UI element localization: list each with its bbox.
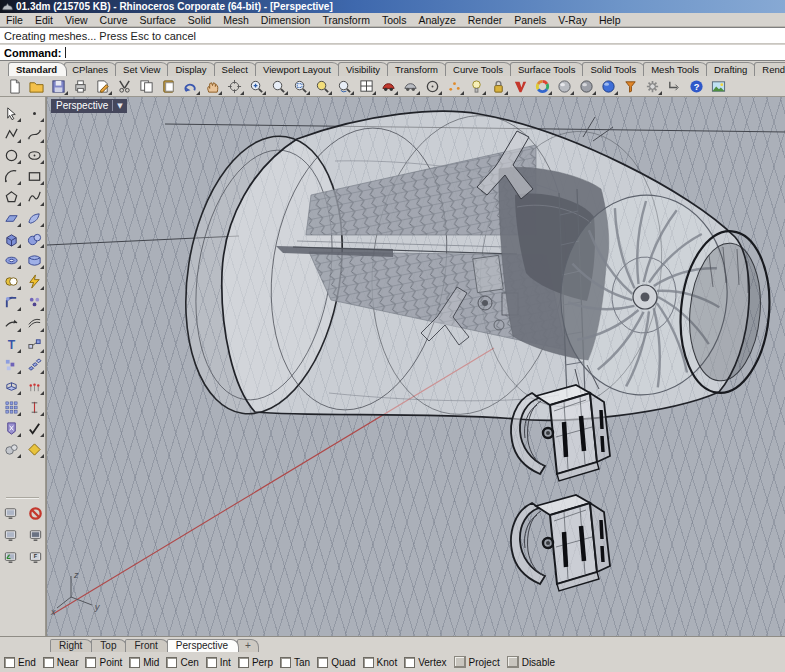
osnap-near[interactable]: Near	[43, 657, 79, 668]
record-history-button[interactable]	[663, 77, 685, 96]
tab-set-view[interactable]: Set View	[115, 62, 170, 76]
osnap-tan[interactable]: Tan	[280, 657, 310, 668]
zoom-window-button[interactable]	[289, 77, 311, 96]
viewport-tab-top[interactable]: Top	[91, 639, 127, 652]
raytrace-mode-button[interactable]	[597, 77, 619, 96]
checkbox[interactable]	[43, 657, 54, 668]
extend-curve-button[interactable]	[1, 313, 22, 333]
tab-curve-tools[interactable]: Curve Tools	[445, 62, 513, 76]
point-markers-button[interactable]	[443, 77, 465, 96]
osnap-quad[interactable]: Quad	[317, 657, 355, 668]
solid-sphere-button[interactable]	[24, 229, 45, 249]
menu-file[interactable]: File	[0, 14, 29, 26]
osnap-end[interactable]: End	[4, 657, 36, 668]
tab-solid-tools[interactable]: Solid Tools	[582, 62, 646, 76]
tab-mesh-tools[interactable]: Mesh Tools	[643, 62, 709, 76]
copy-button[interactable]	[135, 77, 157, 96]
osnap-int[interactable]: Int	[206, 657, 231, 668]
move-button[interactable]	[24, 334, 45, 354]
view-front-button[interactable]	[0, 525, 21, 545]
viewport-tab-right[interactable]: Right	[50, 639, 93, 652]
checkbox[interactable]	[85, 657, 96, 668]
light-button[interactable]	[465, 77, 487, 96]
osnap-disable-button[interactable]	[25, 503, 46, 523]
polygon-button[interactable]	[1, 187, 22, 207]
tab-display[interactable]: Display	[167, 62, 216, 76]
osnap-project[interactable]: Project	[454, 656, 500, 668]
solid-torus-button[interactable]	[1, 250, 22, 270]
tab-select[interactable]: Select	[214, 62, 258, 76]
osnap-mid[interactable]: Mid	[129, 657, 159, 668]
menu-curve[interactable]: Curve	[94, 14, 134, 26]
checkbox[interactable]	[129, 657, 140, 668]
zoom-selected-button[interactable]	[311, 77, 333, 96]
menu-help[interactable]: Help	[593, 14, 627, 26]
viewport-title-menu[interactable]: Perspective ▼	[51, 99, 127, 113]
options-button[interactable]	[641, 77, 663, 96]
paste-button[interactable]	[157, 77, 179, 96]
vray-options-button[interactable]	[619, 77, 641, 96]
extrude-surface-button[interactable]	[1, 376, 22, 396]
text-button[interactable]: T	[1, 334, 22, 354]
circle-center-button[interactable]	[421, 77, 443, 96]
perspective-viewport[interactable]: Perspective ▼	[46, 97, 785, 636]
rotate-view-button[interactable]	[223, 77, 245, 96]
surface-loft-button[interactable]	[24, 250, 45, 270]
point-grid-button[interactable]	[24, 376, 45, 396]
export-annotate-button[interactable]	[91, 77, 113, 96]
menu-analyze[interactable]: Analyze	[412, 14, 461, 26]
add-viewport-tab[interactable]: +	[237, 639, 259, 652]
vray-render-button[interactable]	[509, 77, 531, 96]
mesh-sphere-button[interactable]	[1, 439, 22, 459]
undo-button[interactable]	[179, 77, 201, 96]
checkbox[interactable]	[363, 657, 374, 668]
zoom-previous-button[interactable]	[333, 77, 355, 96]
tab-render-tools[interactable]: Render Tools	[754, 62, 785, 76]
environment-button[interactable]	[707, 77, 729, 96]
cplane-origin-button[interactable]	[0, 547, 21, 567]
menu-tools[interactable]: Tools	[376, 14, 413, 26]
freeform-curve-button[interactable]	[24, 187, 45, 207]
walkabout-button[interactable]	[399, 77, 421, 96]
lock-button[interactable]	[487, 77, 509, 96]
menu-render[interactable]: Render	[462, 14, 508, 26]
menu-surface[interactable]: Surface	[134, 14, 182, 26]
array-polar-button[interactable]	[24, 355, 45, 375]
checkbox[interactable]	[4, 657, 15, 668]
tab-visibility[interactable]: Visibility	[338, 62, 390, 76]
shaded-mode-button[interactable]	[553, 77, 575, 96]
set-cplane-button[interactable]	[0, 503, 21, 523]
menu-edit[interactable]: Edit	[29, 14, 59, 26]
checkbox[interactable]	[280, 657, 291, 668]
menu-view[interactable]: View	[59, 14, 94, 26]
toggle-box[interactable]	[454, 656, 466, 668]
osnap-cen[interactable]: Cen	[166, 657, 198, 668]
surface-plane-button[interactable]	[1, 208, 22, 228]
point-cloud-button[interactable]	[24, 292, 45, 312]
viewport-tab-front[interactable]: Front	[125, 639, 168, 652]
menu-transform[interactable]: Transform	[316, 14, 375, 26]
menu-mesh[interactable]: Mesh	[217, 14, 255, 26]
zoom-dynamic-button[interactable]	[267, 77, 289, 96]
checkbox[interactable]	[238, 657, 249, 668]
menu-panels[interactable]: Panels	[508, 14, 552, 26]
gumball-button[interactable]	[24, 439, 45, 459]
tab-transform[interactable]: Transform	[387, 62, 448, 76]
rendered-mode-button[interactable]	[575, 77, 597, 96]
named-cplane-button[interactable]: F	[25, 547, 46, 567]
selection-filter-button[interactable]	[24, 418, 45, 438]
cut-button[interactable]	[113, 77, 135, 96]
tab-surface-tools[interactable]: Surface Tools	[510, 62, 585, 76]
pan-button[interactable]	[201, 77, 223, 96]
tab-drafting[interactable]: Drafting	[706, 62, 757, 76]
title-bar[interactable]: 01.3dm (215705 KB) - Rhinoceros Corporat…	[0, 0, 785, 13]
offset-curve-button[interactable]	[24, 313, 45, 333]
menu-dimension[interactable]: Dimension	[255, 14, 317, 26]
tab-cplanes[interactable]: CPlanes	[64, 62, 118, 76]
checkbox[interactable]	[166, 657, 177, 668]
checkbox[interactable]	[206, 657, 217, 668]
view-shaded-button[interactable]	[25, 525, 46, 545]
ellipse-button[interactable]	[24, 145, 45, 165]
help-button[interactable]: ?	[685, 77, 707, 96]
checkbox[interactable]	[317, 657, 328, 668]
